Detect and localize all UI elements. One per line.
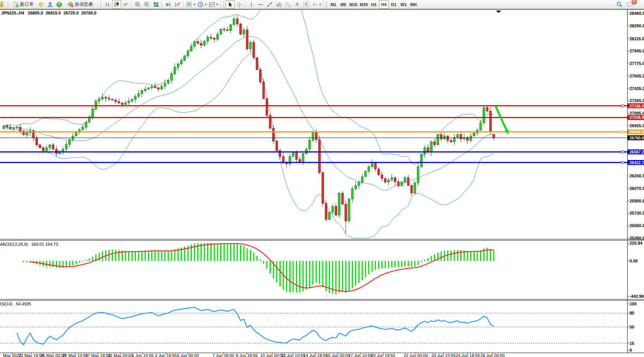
timeframe-w1-button[interactable]: W1 (399, 0, 409, 9)
dropdown-caret-icon: ▾ (216, 3, 218, 6)
time-label: 24 Jun 18:55 (456, 353, 480, 357)
new-order-icon (13, 2, 19, 8)
arrows-tool-button[interactable]: ▾ (311, 0, 322, 9)
chart-canvas[interactable]: 28460.028290.028115.027945.027775.027605… (0, 9, 644, 357)
level-price-label: 27036.9 (630, 115, 644, 120)
text-tool-button[interactable]: A (292, 0, 301, 9)
zoom-out-button[interactable] (142, 0, 152, 9)
svg-text:25390.0: 25390.0 (630, 236, 644, 240)
fibonacci-tool-button[interactable]: F (283, 0, 292, 9)
crosshair-icon (236, 2, 242, 8)
toolbar-separator (5, 1, 5, 8)
timeframe-h1-button[interactable]: H1 (369, 0, 379, 9)
periods-button[interactable]: ▾ (196, 0, 208, 9)
ohlc-close: 26760.0 (81, 11, 96, 15)
timeframe-m5-button[interactable]: M5 (338, 0, 348, 9)
auto-scroll-icon (165, 2, 171, 8)
time-label: 8 Jun 18:55 (236, 353, 258, 357)
bar-chart-icon (104, 2, 110, 8)
fibonacci-icon: F (285, 2, 291, 8)
svg-text:28290.0: 28290.0 (630, 24, 644, 28)
ohlc-open: 26805.0 (28, 11, 43, 15)
text-label-tool-button[interactable]: T (301, 0, 311, 9)
level-price-label: 26567.2 (630, 150, 644, 154)
templates-button[interactable]: ▾ (208, 0, 219, 9)
price-axis[interactable]: 28460.028290.028115.027945.027775.027605… (627, 11, 644, 352)
svg-text:28460.0: 28460.0 (630, 11, 644, 16)
toolbar: 新订单 自动交易 (0, 0, 644, 9)
svg-text:100: 100 (630, 302, 636, 306)
svg-text:27605.0: 27605.0 (630, 74, 644, 78)
toolbar-grip (223, 2, 224, 8)
shift-marker-icon[interactable] (496, 11, 501, 13)
signals-button[interactable] (55, 0, 64, 9)
svg-text:F: F (289, 5, 291, 7)
indicators-icon (186, 2, 192, 8)
timeframe-m15-button[interactable]: M15 (348, 0, 358, 9)
new-order-button[interactable]: 新订单 (10, 0, 36, 9)
time-label: 20 Jun 18:55 (371, 353, 395, 357)
toolbar-right-group: 1 (615, 0, 644, 9)
line-handle (622, 161, 624, 164)
timeframe-m30-button[interactable]: M30 (358, 0, 369, 9)
time-label: 27 May 18:55 (85, 353, 111, 357)
toolbar-separator (245, 1, 246, 8)
tile-windows-button[interactable] (152, 0, 161, 9)
time-label: 26 May 10:55 (63, 353, 88, 357)
svg-text:28115.0: 28115.0 (630, 36, 644, 41)
clock-icon (197, 2, 204, 8)
search-button[interactable] (615, 0, 624, 9)
timeframe-h4-button[interactable]: H4 (379, 0, 389, 9)
level-price-label: 27196.9 (630, 104, 644, 108)
channel-tool-button[interactable]: E (274, 0, 283, 9)
accounts-button[interactable] (46, 0, 55, 9)
time-label: 2 Jun 18:55 (155, 353, 177, 357)
svg-text:220.84: 220.84 (630, 241, 643, 245)
candlestick-chart-button[interactable] (112, 0, 121, 9)
vertical-line-tool-button[interactable] (247, 0, 256, 9)
timeframe-d1-button[interactable]: D1 (389, 0, 399, 9)
line-chart-button[interactable] (121, 0, 130, 9)
toolbar-grip (326, 2, 327, 8)
chart-shift-button[interactable] (173, 0, 182, 9)
trend-arrow-annotation[interactable] (496, 106, 508, 134)
crosshair-tool-button[interactable] (235, 0, 244, 9)
line-chart-icon (123, 2, 129, 8)
horizontal-line-tool-button[interactable] (256, 0, 265, 9)
time-label: 13 Jun 10:55 (281, 353, 305, 357)
level-price-label: 26840.8 (630, 130, 644, 134)
svg-text:26070.0: 26070.0 (630, 186, 644, 191)
cursor-tool-button[interactable] (226, 0, 235, 9)
notifications-button[interactable]: 1 (625, 0, 635, 9)
template-icon (209, 2, 215, 8)
candlestick-chart-icon (114, 2, 120, 8)
notification-badge: 1 (631, 0, 637, 5)
svg-text:26240.0: 26240.0 (630, 174, 644, 178)
toolbar-grip (7, 2, 9, 8)
time-label: 28 Jun 00:00 (480, 353, 505, 357)
text-tool-icon: A (295, 2, 299, 7)
bar-chart-button[interactable] (103, 0, 112, 9)
time-axis[interactable]: May 202223 May 18:5525 May 00:0026 May 1… (0, 353, 627, 357)
dropdown-caret-icon: ▾ (319, 3, 321, 6)
toolbar-grip (100, 2, 102, 8)
indicators-button[interactable]: ▾ (185, 0, 196, 9)
timeframe-m1-button[interactable]: M1 (328, 0, 338, 9)
rsi-value: 54.4935 (16, 302, 31, 306)
zoom-in-button[interactable] (133, 0, 142, 9)
auto-trading-button[interactable]: 自动交易 (64, 0, 96, 9)
rsi-name: RSI(14) (0, 302, 13, 306)
bollinger-bands (4, 9, 494, 238)
symbols-button[interactable] (36, 0, 46, 9)
trendline-icon (267, 2, 273, 8)
toolbar-separator (183, 1, 184, 8)
macd-indicator-label: MACD(12,26,9) 160.01 164.73 (0, 242, 58, 246)
auto-scroll-button[interactable] (164, 0, 173, 9)
level-price-label: 26760.0 (630, 136, 644, 140)
trendline-tool-button[interactable] (265, 0, 274, 9)
line-handle (622, 151, 624, 153)
time-label: 23 Jun 10:55 (431, 353, 456, 357)
rsi-indicator-label: RSI(14) 54.4935 (0, 302, 31, 306)
timeframe-mn-button[interactable]: MN (409, 0, 418, 9)
person-icon (47, 2, 53, 8)
